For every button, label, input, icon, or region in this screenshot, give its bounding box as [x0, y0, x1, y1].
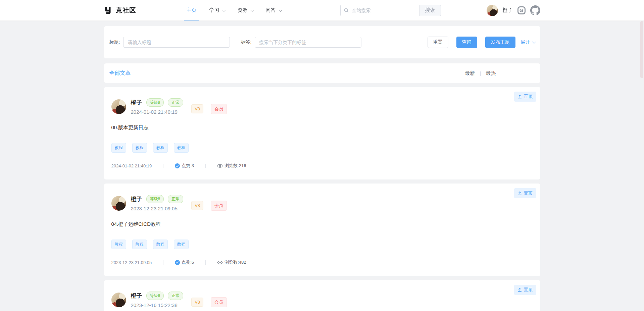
- nav-item-resource[interactable]: 资源: [237, 0, 254, 20]
- post-author-avatar[interactable]: [111, 99, 126, 114]
- vip-badge: V8: [191, 201, 203, 210]
- tag-chip[interactable]: 教程: [111, 143, 126, 153]
- level-badge: 等级8: [146, 195, 164, 203]
- tag-filter-label: 标签:: [241, 39, 251, 45]
- nav-item-learn[interactable]: 学习: [209, 0, 226, 20]
- brand-logo-icon: [104, 6, 113, 15]
- views-label: 浏览数:482: [225, 259, 246, 265]
- nav-home-label: 主页: [187, 7, 197, 13]
- footer-divider: [205, 260, 206, 265]
- gitee-icon[interactable]: G: [517, 6, 526, 14]
- post-datetime: 2023-12-23 21:09:05: [131, 206, 184, 211]
- likes-stat: 点赞:3: [175, 163, 194, 169]
- post-footer-datetime: 2024-01-02 21:40:19: [111, 163, 152, 168]
- post-author-avatar[interactable]: [111, 293, 126, 307]
- status-badge: 正常: [168, 98, 183, 107]
- post-datetime: 2023-12-16 15:22:38: [131, 302, 184, 308]
- post-footer: 2023-12-23 21:09:05 点赞:6 浏览数:482: [111, 259, 533, 265]
- tag-chip[interactable]: 教程: [111, 240, 126, 249]
- pin-button[interactable]: 置顶: [514, 285, 536, 295]
- views-label: 浏览数:216: [225, 163, 246, 169]
- search-input[interactable]: [340, 5, 419, 16]
- title-filter-input[interactable]: [123, 37, 230, 48]
- tag-chip[interactable]: 教程: [132, 143, 147, 153]
- post-card: 置顶 橙子 等级8 正常 2024-01-02 21:40:19 V8 会员 0…: [104, 87, 540, 179]
- user-name[interactable]: 橙子: [503, 7, 513, 13]
- active-tab-underline: [184, 20, 199, 20]
- status-badge: 正常: [168, 195, 183, 203]
- sort-newest[interactable]: 最新: [465, 70, 475, 76]
- pin-up-icon: [518, 288, 522, 292]
- query-button[interactable]: 查询: [456, 37, 477, 48]
- title-filter-label: 标题:: [109, 39, 120, 45]
- chevron-down-icon: [532, 40, 536, 44]
- tag-chip[interactable]: 教程: [174, 143, 189, 153]
- search-icon: [344, 8, 349, 14]
- member-badge: 会员: [211, 297, 227, 307]
- filter-panel: 标题: 标签: 重置 查询 发布主题 展开: [104, 26, 540, 58]
- top-header: 意社区 主页 学习 资源 问答: [0, 0, 644, 21]
- post-author-avatar[interactable]: [111, 196, 126, 211]
- likes-label: 点赞:3: [182, 163, 194, 169]
- expand-link[interactable]: 展开: [521, 39, 535, 45]
- post-author-name[interactable]: 橙子: [131, 292, 142, 300]
- user-area: 橙子 G: [487, 5, 540, 16]
- likes-label: 点赞:6: [182, 259, 194, 265]
- list-header: 全部文章 最新 | 最热: [104, 63, 540, 83]
- chevron-down-icon: [222, 8, 226, 11]
- vip-badge: V8: [191, 104, 203, 113]
- main-nav: 主页 学习 资源 问答: [186, 0, 282, 20]
- search-button[interactable]: 搜索: [419, 5, 441, 16]
- nav-item-home[interactable]: 主页: [186, 0, 197, 20]
- chevron-down-icon: [278, 8, 282, 11]
- likes-stat: 点赞:6: [175, 259, 194, 265]
- page-scrollbar-thumb[interactable]: [640, 21, 643, 78]
- tag-chip[interactable]: 教程: [174, 240, 189, 249]
- nav-qa-label: 问答: [266, 7, 276, 13]
- sort-options: 最新 | 最热: [465, 70, 496, 76]
- footer-divider: [163, 164, 163, 168]
- brand-title: 意社区: [116, 6, 136, 15]
- user-avatar[interactable]: [487, 5, 498, 16]
- post-author-name[interactable]: 橙子: [131, 99, 142, 106]
- post-card: 置顶 橙子 等级8 正常 2023-12-23 21:09:05 V8 会员 0…: [104, 184, 540, 276]
- nav-item-qa[interactable]: 问答: [265, 0, 282, 20]
- publish-topic-button[interactable]: 发布主题: [485, 37, 515, 48]
- tag-chip[interactable]: 教程: [153, 240, 168, 249]
- tag-chip[interactable]: 教程: [132, 240, 147, 249]
- status-badge: 正常: [168, 292, 183, 300]
- post-title[interactable]: 00.版本更新日志: [111, 124, 533, 131]
- post-footer-datetime: 2023-12-23 21:09:05: [111, 260, 152, 265]
- pin-label: 置顶: [524, 94, 533, 100]
- github-icon[interactable]: [530, 5, 540, 15]
- level-badge: 等级8: [146, 292, 164, 300]
- post-card: 置顶 橙子 等级8 正常 2023-12-16 15:22:38 V8 会员: [104, 280, 540, 311]
- member-badge: 会员: [211, 104, 227, 114]
- eye-icon: [217, 163, 223, 168]
- vip-badge: V8: [191, 298, 203, 307]
- expand-label: 展开: [521, 39, 530, 45]
- sort-separator: |: [480, 70, 481, 76]
- pin-button[interactable]: 置顶: [514, 92, 536, 102]
- all-articles-title[interactable]: 全部文章: [109, 70, 131, 77]
- views-stat: 浏览数:482: [217, 259, 246, 265]
- footer-divider: [205, 164, 206, 168]
- nav-learn-label: 学习: [209, 7, 219, 13]
- post-title[interactable]: 04.橙子运维CICD教程: [111, 221, 533, 227]
- post-author-name[interactable]: 橙子: [131, 195, 142, 203]
- post-footer: 2024-01-02 21:40:19 点赞:3 浏览数:216: [111, 163, 533, 169]
- pin-up-icon: [518, 95, 522, 99]
- brand[interactable]: 意社区: [104, 6, 136, 15]
- pin-label: 置顶: [524, 287, 533, 293]
- global-search: 搜索: [340, 5, 441, 16]
- main-content: 标题: 标签: 重置 查询 发布主题 展开 全部文章 最新 | 最热: [104, 21, 540, 311]
- footer-divider: [163, 260, 163, 265]
- pin-button[interactable]: 置顶: [514, 188, 536, 198]
- tag-chip[interactable]: 教程: [153, 143, 168, 153]
- sort-hottest[interactable]: 最热: [486, 70, 496, 76]
- tag-filter-input[interactable]: [255, 37, 361, 48]
- reset-button[interactable]: 重置: [428, 37, 448, 48]
- post-datetime: 2024-01-02 21:40:19: [131, 109, 184, 115]
- level-badge: 等级8: [146, 98, 164, 107]
- member-badge: 会员: [211, 201, 227, 211]
